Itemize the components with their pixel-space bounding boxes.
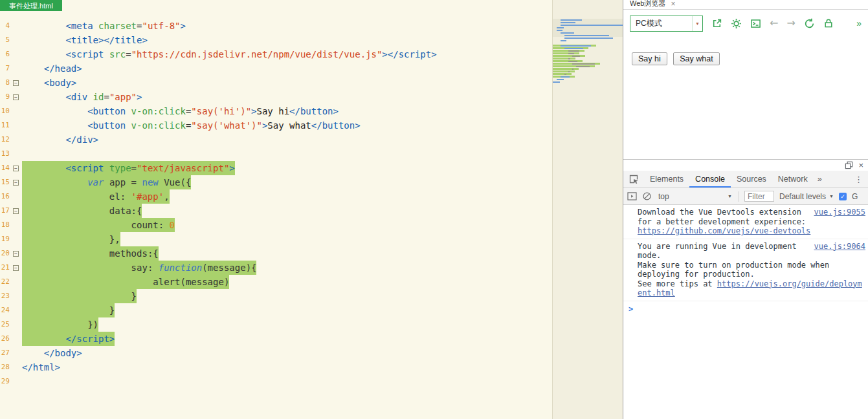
gutter-line: 11 — [0, 118, 22, 133]
settings-gear-icon[interactable] — [731, 18, 742, 29]
line-number: 25 — [0, 317, 10, 332]
gutter-line: 26 — [0, 332, 22, 346]
line-number: 5 — [0, 33, 10, 47]
gutter-line: 5 — [0, 33, 22, 47]
devtools-tab-sources[interactable]: Sources — [731, 171, 772, 188]
gutter-line: 17− — [0, 204, 22, 218]
file-tab[interactable]: 事件处理.html — [0, 0, 62, 11]
devtools-close-icon[interactable]: × — [858, 161, 863, 169]
browser-tabbar: Web浏览器 × — [623, 0, 868, 10]
fold-toggle-icon[interactable]: − — [13, 251, 19, 257]
fold-toggle-icon[interactable]: − — [13, 166, 19, 171]
code-line: }) — [22, 317, 552, 332]
divider — [739, 191, 739, 202]
gutter-line: 21− — [0, 261, 22, 275]
editor-pane: 事件处理.html 45678−9−1011121314−15−1617−181… — [0, 0, 552, 419]
code-line: <button v-on:click="say('what')">Say wha… — [22, 118, 552, 133]
devtools-tab-console[interactable]: Console — [689, 171, 731, 188]
more-tabs-icon[interactable]: » — [814, 171, 826, 188]
code-line: } — [22, 303, 552, 317]
code-line: </html> — [22, 360, 552, 374]
console-message: vue.js:9064You are running Vue in develo… — [623, 239, 868, 301]
code-line: <script type="text/javascript"> — [22, 161, 552, 175]
line-number: 4 — [0, 19, 10, 33]
line-number: 11 — [0, 118, 10, 133]
lock-icon[interactable] — [823, 18, 834, 28]
console-source-link[interactable]: vue.js:9064 — [814, 242, 865, 252]
code-editor[interactable]: 45678−9−1011121314−15−1617−181920−21−222… — [0, 11, 552, 419]
minimap-line — [553, 60, 583, 62]
code-line: <script src="https://cdn.jsdelivr.net/np… — [22, 47, 552, 61]
console-sidebar-icon[interactable] — [627, 192, 637, 200]
devtools-tab-elements[interactable]: Elements — [644, 171, 689, 188]
line-number: 23 — [0, 289, 10, 303]
line-number: 22 — [0, 275, 10, 289]
minimap[interactable] — [552, 0, 623, 419]
line-number: 14 — [0, 161, 10, 175]
console-link[interactable]: https://github.com/vuejs/vue-devtools — [638, 226, 810, 235]
fold-toggle-icon[interactable]: − — [13, 208, 19, 214]
line-number: 19 — [0, 232, 10, 246]
inspect-element-icon[interactable] — [623, 171, 644, 188]
gutter-line: 23 — [0, 289, 22, 303]
line-number: 10 — [0, 104, 10, 118]
line-number: 20 — [0, 246, 10, 261]
gutter-line: 9− — [0, 90, 22, 104]
devtools-dockbar: × — [623, 160, 868, 171]
code-line: <title></title> — [22, 33, 552, 47]
gutter-line: 19 — [0, 232, 22, 246]
chevron-down-icon: ▼ — [829, 194, 834, 199]
console-message: vue.js:9055Download the Vue Devtools ext… — [623, 205, 868, 239]
fold-toggle-icon[interactable]: − — [13, 180, 19, 186]
gutter-line: 28 — [0, 360, 22, 374]
line-number: 8 — [0, 76, 10, 90]
line-number: 6 — [0, 47, 10, 61]
devtools-tab-network[interactable]: Network — [772, 171, 814, 188]
say-hi-button[interactable]: Say hi — [632, 52, 667, 65]
minimap-line — [553, 50, 584, 52]
devtools-tabs: ElementsConsoleSourcesNetwork — [644, 171, 814, 188]
minimap-line — [553, 70, 575, 72]
console[interactable]: vue.js:9055Download the Vue Devtools ext… — [623, 205, 868, 419]
console-filter-input[interactable] — [744, 191, 774, 202]
line-number: 15 — [0, 175, 10, 189]
clear-console-icon[interactable] — [642, 191, 652, 201]
mode-select[interactable]: PC模式 ▼ — [630, 16, 703, 32]
refresh-icon[interactable] — [804, 18, 815, 29]
console-source-link[interactable]: vue.js:9055 — [814, 208, 865, 217]
minimap-line — [553, 73, 572, 75]
browser-tab[interactable]: Web浏览器 × — [623, 0, 679, 9]
app-window: 事件处理.html 45678−9−1011121314−15−1617−181… — [0, 0, 868, 419]
log-levels-select[interactable]: Default levels ▼ — [779, 192, 834, 201]
terminal-icon[interactable] — [750, 18, 761, 29]
close-icon[interactable]: × — [671, 1, 675, 7]
forward-arrow-icon[interactable]: → — [786, 18, 795, 28]
gutter-line: 20− — [0, 246, 22, 261]
code-line: <button v-on:click="say('hi')">Say hi</b… — [22, 104, 552, 118]
back-arrow-icon[interactable]: ← — [770, 18, 778, 28]
say-what-button[interactable]: Say what — [673, 52, 719, 65]
file-tab-label: 事件处理.html — [9, 2, 53, 10]
console-prompt[interactable]: > — [623, 301, 868, 317]
code-line — [22, 374, 552, 389]
group-similar-checkbox[interactable]: ✓ — [839, 193, 847, 200]
dock-window-icon[interactable] — [845, 161, 853, 169]
minimap-line — [553, 24, 623, 26]
minimap-line — [553, 45, 596, 47]
devtools-menu-icon[interactable]: ⋮ — [849, 171, 868, 188]
line-number: 29 — [0, 374, 10, 389]
toolbar-overflow-icon[interactable]: » — [856, 18, 862, 28]
code-line — [22, 147, 552, 161]
execution-context-select[interactable]: top ▼ — [657, 192, 733, 201]
minimap-line — [553, 37, 623, 39]
fold-toggle-icon[interactable]: − — [13, 80, 19, 86]
gutter-line: 7 — [0, 61, 22, 76]
fold-toggle-icon[interactable]: − — [13, 94, 19, 100]
open-external-browser-icon[interactable] — [711, 18, 722, 29]
gutter: 45678−9−1011121314−15−1617−181920−21−222… — [0, 19, 22, 419]
minimap-line — [553, 42, 623, 44]
console-text: Download the Vue Devtools extension for … — [638, 208, 806, 226]
fold-toggle-icon[interactable]: − — [13, 265, 19, 271]
gutter-line: 14− — [0, 161, 22, 175]
editor-tabbar: 事件处理.html — [0, 0, 552, 11]
